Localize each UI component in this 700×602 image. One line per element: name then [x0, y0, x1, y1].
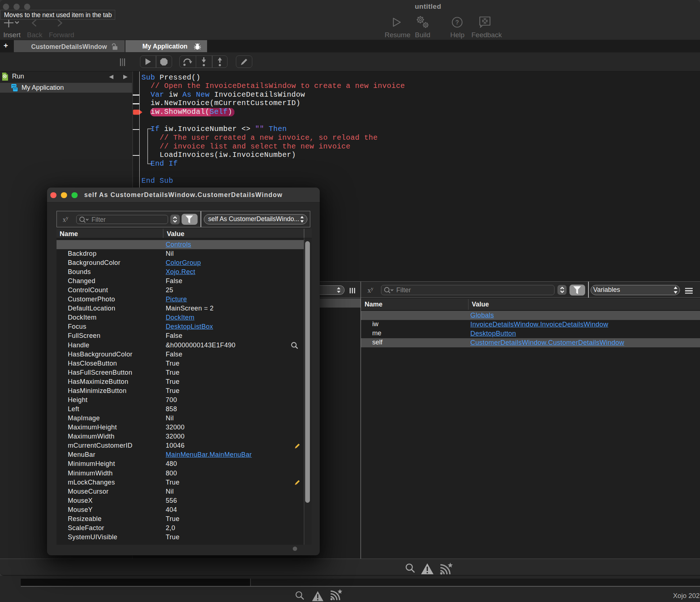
svg-text:?: ?: [455, 19, 459, 26]
